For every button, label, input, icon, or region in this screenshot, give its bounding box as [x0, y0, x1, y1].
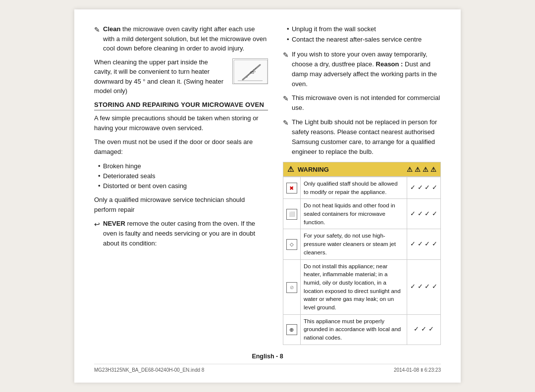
swing-heater-text: When cleaning the upper part inside the … [94, 57, 226, 96]
clean-block: ✎ Clean the microwave oven cavity right … [94, 24, 268, 53]
row-text: Only qualified staff should be allowed t… [300, 177, 407, 199]
clean-bold: Clean [103, 25, 120, 33]
pencil-icon: ✎ [283, 118, 289, 157]
reason-bold: Reason : [376, 60, 403, 68]
list-item: Broken hinge [98, 161, 268, 171]
warning-label: WARNING [298, 166, 329, 173]
para1: A few simple precautions should be taken… [94, 113, 268, 133]
list-item: Unplug it from the wall socket [287, 24, 441, 34]
doc-footer-left: MG23H3125NK_BA_DE68-04240H-00_EN.indd 8 [94, 367, 204, 373]
table-row: ✖ Only qualified staff should be allowed… [283, 177, 440, 199]
never-block: ↩ NEVER remove the outer casing from the… [94, 219, 268, 248]
warning-table: ✖ Only qualified staff should be allowed… [283, 177, 441, 344]
row-icon-cell: ⬜ [283, 199, 300, 229]
row-icon-cell: ◇ [283, 229, 300, 259]
warn-icon-3: ⚠ [423, 166, 428, 173]
never-text: NEVER remove the outer casing from the o… [103, 219, 268, 248]
list-item: Contact the nearest after-sales service … [287, 35, 441, 45]
pencil-icon: ✎ [283, 50, 289, 90]
swing-heater-block: When cleaning the upper part inside the … [94, 57, 268, 96]
return-icon: ↩ [94, 219, 100, 248]
para2: The oven must not be used if the door or… [94, 137, 268, 157]
warning-table-wrapper: ⚠ WARNING ⚠ ⚠ ⚠ ⚠ ✖ [283, 162, 441, 344]
note-text-1: If you wish to store your oven away temp… [292, 49, 441, 90]
warning-icons: ⚠ ⚠ ⚠ ⚠ [407, 166, 436, 173]
content-area: ✎ Clean the microwave oven cavity right … [94, 24, 441, 344]
table-row: ⊘ Do not install this appliance; near he… [283, 259, 440, 314]
page-footer: English - 8 [94, 353, 441, 360]
check-cell: ✓ ✓ ✓ ✓ [407, 259, 441, 314]
ground-icon: ⊕ [286, 324, 297, 335]
sealed-container-icon: ⬜ [286, 209, 297, 220]
note-block-2: ✎ This microwave oven is not intended fo… [283, 93, 441, 113]
pencil-icon: ✎ [283, 94, 289, 113]
note-text-2: This microwave oven is not intended for … [292, 93, 441, 113]
clean-paragraph: the microwave oven cavity right after ea… [103, 25, 267, 52]
table-row: ◇ For your safety, do not use high-press… [283, 229, 440, 259]
never-continuation: remove the outer casing from the oven. I… [103, 220, 255, 247]
section-heading: STORING AND REPAIRING YOUR MICROWAVE OVE… [94, 101, 268, 110]
check-cell: ✓ ✓ ✓ ✓ [407, 177, 441, 199]
never-bold: NEVER [103, 220, 125, 227]
table-row: ⬜ Do not heat liquids and other food in … [283, 199, 440, 229]
table-row: ⊕ This appliance must be properly ground… [283, 314, 440, 344]
doc-footer-right: 2014-01-08 Ⅱ 6:23:23 [394, 367, 441, 373]
pencil-icon: ✎ [94, 25, 100, 53]
doc-footer: MG23H3125NK_BA_DE68-04240H-00_EN.indd 8 … [94, 364, 441, 373]
para3: Only a qualified microwave service techn… [94, 195, 268, 215]
row-icon-cell: ⊘ [283, 259, 300, 314]
row-text: This appliance must be properly grounded… [300, 314, 407, 344]
no-install-icon: ⊘ [286, 282, 297, 293]
check-cell: ✓ ✓ ✓ ✓ [407, 199, 441, 229]
row-icon-cell: ⊕ [283, 314, 300, 344]
row-text: For your safety, do not use high-pressur… [300, 229, 407, 259]
warning-header: ⚠ WARNING ⚠ ⚠ ⚠ ⚠ [283, 162, 441, 177]
warn-icon-2: ⚠ [415, 166, 421, 173]
check-cell: ✓ ✓ ✓ ✓ [407, 229, 441, 259]
warn-icon-4: ⚠ [430, 166, 436, 173]
note-text-3: The Light bulb should not be replaced in… [292, 117, 441, 157]
row-text: Do not heat liquids and other food in se… [300, 199, 407, 229]
page: ✎ Clean the microwave oven cavity right … [74, 9, 461, 382]
row-icon-cell: ✖ [283, 177, 300, 199]
cross-icon: ✖ [286, 183, 297, 194]
page-number: English - 8 [252, 353, 283, 360]
right-bullet-list: Unplug it from the wall socket Contact t… [283, 24, 441, 44]
bullet-list: Broken hinge Deteriorated seals Distorte… [94, 161, 268, 191]
list-item: Distorted or bent oven casing [98, 181, 268, 191]
note-block-1: ✎ If you wish to store your oven away te… [283, 49, 441, 90]
right-column: Unplug it from the wall socket Contact t… [283, 24, 441, 344]
note-block-3: ✎ The Light bulb should not be replaced … [283, 117, 441, 157]
svg-text:45°: 45° [250, 70, 256, 75]
clean-text: Clean the microwave oven cavity right af… [103, 24, 268, 53]
diagram-box: 45° [232, 58, 268, 84]
row-text: Do not install this appliance; near heat… [300, 259, 407, 314]
left-column: ✎ Clean the microwave oven cavity right … [94, 24, 268, 344]
list-item: Deteriorated seals [98, 171, 268, 181]
warning-triangle-icon: ⚠ [287, 165, 294, 174]
warn-icon-1: ⚠ [407, 166, 413, 173]
water-cleaner-icon: ◇ [286, 239, 297, 250]
check-cell: ✓ ✓ ✓ [407, 314, 441, 344]
